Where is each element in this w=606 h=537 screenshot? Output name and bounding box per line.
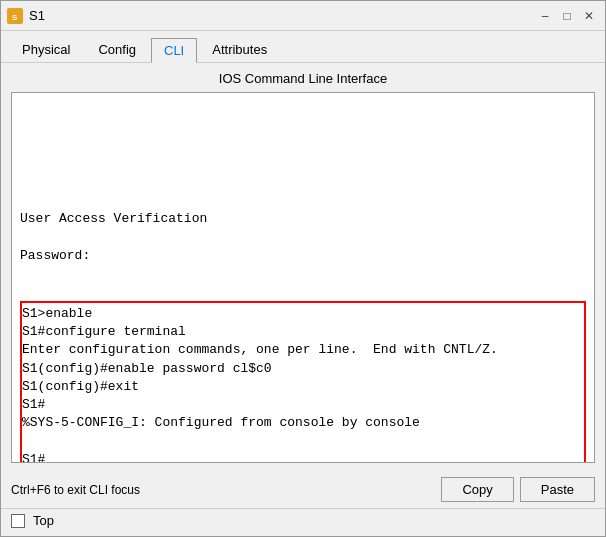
terminal-content: User Access Verification Password: S1>en… [20, 101, 586, 462]
main-window: S S1 – □ ✕ Physical Config CLI Attribute… [0, 0, 606, 537]
close-button[interactable]: ✕ [579, 6, 599, 26]
window-title: S1 [29, 8, 535, 23]
bottom-bar: Ctrl+F6 to exit CLI focus Copy Paste [1, 471, 605, 508]
top-checkbox[interactable] [11, 514, 25, 528]
terminal-normal-text: User Access Verification Password: [20, 137, 586, 264]
cli-section-title: IOS Command Line Interface [11, 71, 595, 86]
tab-bar: Physical Config CLI Attributes [1, 31, 605, 63]
tab-attributes[interactable]: Attributes [199, 37, 280, 62]
maximize-button[interactable]: □ [557, 6, 577, 26]
minimize-button[interactable]: – [535, 6, 555, 26]
tab-cli[interactable]: CLI [151, 38, 197, 63]
paste-button[interactable]: Paste [520, 477, 595, 502]
content-area: IOS Command Line Interface User Access V… [1, 63, 605, 471]
footer: Top [1, 508, 605, 536]
svg-text:S: S [12, 13, 18, 22]
cli-hint-text: Ctrl+F6 to exit CLI focus [11, 483, 140, 497]
tab-physical[interactable]: Physical [9, 37, 83, 62]
tab-config[interactable]: Config [85, 37, 149, 62]
terminal-scroll[interactable]: User Access Verification Password: S1>en… [12, 93, 594, 462]
title-bar: S S1 – □ ✕ [1, 1, 605, 31]
terminal-wrapper: User Access Verification Password: S1>en… [11, 92, 595, 463]
bottom-buttons: Copy Paste [441, 477, 595, 502]
terminal-highlighted-text: S1>enable S1#configure terminal Enter co… [20, 301, 586, 462]
window-controls: – □ ✕ [535, 6, 599, 26]
copy-button[interactable]: Copy [441, 477, 513, 502]
top-label: Top [33, 513, 54, 528]
window-icon: S [7, 8, 23, 24]
